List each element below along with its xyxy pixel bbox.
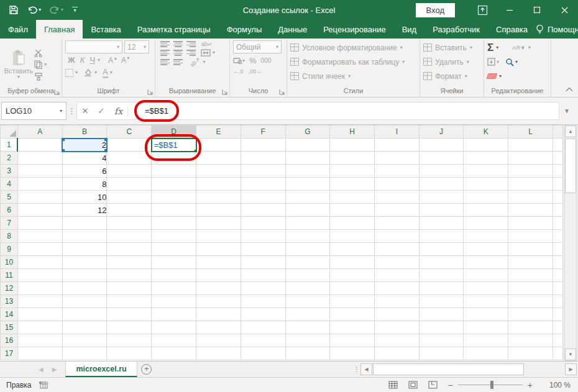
cell-H9[interactable] [330,243,375,256]
sheet-tab[interactable]: microexcel.ru [65,362,137,377]
cell-G17[interactable] [285,347,330,360]
cell-F4[interactable] [241,178,285,191]
cell-I15[interactable] [375,321,420,334]
cell-H14[interactable] [330,308,375,321]
cell-A2[interactable] [17,152,62,165]
cell-E17[interactable] [196,347,241,360]
cell-L14[interactable] [508,308,553,321]
ribbon-display-options-icon[interactable] [469,0,496,20]
cell-B12[interactable] [62,282,107,295]
cell-C12[interactable] [107,282,152,295]
cell-F8[interactable] [241,230,285,243]
cell-A3[interactable] [17,165,62,178]
cell-J3[interactable] [419,165,464,178]
number-dialog-launcher[interactable] [279,89,285,95]
column-header-F[interactable]: F [241,125,285,139]
cell-partial-2[interactable] [553,152,562,165]
cell-B8[interactable] [62,230,107,243]
cell-C7[interactable] [107,217,152,230]
cell-B17[interactable] [62,347,107,360]
cell-E2[interactable] [196,152,241,165]
collapse-ribbon-icon[interactable] [566,83,573,94]
cell-B15[interactable] [62,321,107,334]
cell-partial-6[interactable] [553,204,562,217]
cell-J2[interactable] [419,152,464,165]
cell-H6[interactable] [330,204,375,217]
undo-dropdown-icon[interactable]: ▾ [39,7,41,12]
cell-H11[interactable] [330,269,375,282]
cell-I4[interactable] [375,178,420,191]
sign-in-button[interactable]: Вход [416,3,455,17]
column-header-partial[interactable] [553,125,562,139]
cell-I11[interactable] [375,269,420,282]
cell-H17[interactable] [330,347,375,360]
cell-C6[interactable] [107,204,152,217]
scroll-down-icon[interactable]: ▼ [565,349,576,360]
cell-G2[interactable] [285,152,330,165]
cell-H3[interactable] [330,165,375,178]
cell-G7[interactable] [285,217,330,230]
row-header-2[interactable]: 2 [1,152,18,165]
ribbon-tab-view[interactable]: Вид [394,20,425,39]
cell-partial-13[interactable] [553,295,562,308]
cell-L15[interactable] [508,321,553,334]
cell-A17[interactable] [17,347,62,360]
cell-I10[interactable] [375,256,420,269]
cell-I6[interactable] [375,204,420,217]
cell-B14[interactable] [62,308,107,321]
cell-partial-5[interactable] [553,191,562,204]
cell-J4[interactable] [419,178,464,191]
row-header-7[interactable]: 7 [1,217,18,230]
cell-K4[interactable] [464,178,508,191]
cell-J9[interactable] [419,243,464,256]
cell-K1[interactable] [464,139,508,152]
cell-F9[interactable] [241,243,285,256]
cell-H1[interactable] [330,139,375,152]
select-all-button[interactable] [1,125,18,139]
cell-A1[interactable] [17,139,62,152]
cell-L2[interactable] [508,152,553,165]
cell-H5[interactable] [330,191,375,204]
cell-A5[interactable] [17,191,62,204]
insert-function-icon[interactable]: fx [109,106,128,116]
column-header-I[interactable]: I [375,125,420,139]
column-header-D[interactable]: D [152,125,196,139]
page-layout-view-icon[interactable] [408,381,418,389]
cell-H7[interactable] [330,217,375,230]
expand-formula-bar-icon[interactable]: ▼ [559,107,574,114]
cell-partial-10[interactable] [553,256,562,269]
ribbon-tab-home[interactable]: Главная [36,20,83,39]
cell-E12[interactable] [196,282,241,295]
cell-D5[interactable] [152,191,196,204]
cell-K16[interactable] [464,334,508,347]
autosum-button[interactable]: Σ [487,42,493,53]
cell-partial-17[interactable] [553,347,562,360]
cell-E6[interactable] [196,204,241,217]
column-header-H[interactable]: H [330,125,375,139]
cell-L13[interactable] [508,295,553,308]
cell-D3[interactable] [152,165,196,178]
cell-J5[interactable] [419,191,464,204]
cell-E5[interactable] [196,191,241,204]
scroll-right-icon[interactable]: ▶ [565,363,577,375]
cell-A10[interactable] [17,256,62,269]
row-header-9[interactable]: 9 [1,243,18,256]
cell-I1[interactable] [375,139,420,152]
cell-J10[interactable] [419,256,464,269]
cell-B3[interactable]: 6 [62,165,107,178]
row-header-13[interactable]: 13 [1,295,18,308]
cell-C11[interactable] [107,269,152,282]
macro-recording-icon[interactable] [39,381,48,389]
cell-C10[interactable] [107,256,152,269]
cell-H15[interactable] [330,321,375,334]
cell-D16[interactable] [152,334,196,347]
cell-A6[interactable] [17,204,62,217]
cell-I17[interactable] [375,347,420,360]
zoom-out-icon[interactable]: − [448,380,453,390]
cell-H13[interactable] [330,295,375,308]
cell-partial-9[interactable] [553,243,562,256]
cell-E3[interactable] [196,165,241,178]
cell-L7[interactable] [508,217,553,230]
cell-C13[interactable] [107,295,152,308]
cell-G9[interactable] [285,243,330,256]
